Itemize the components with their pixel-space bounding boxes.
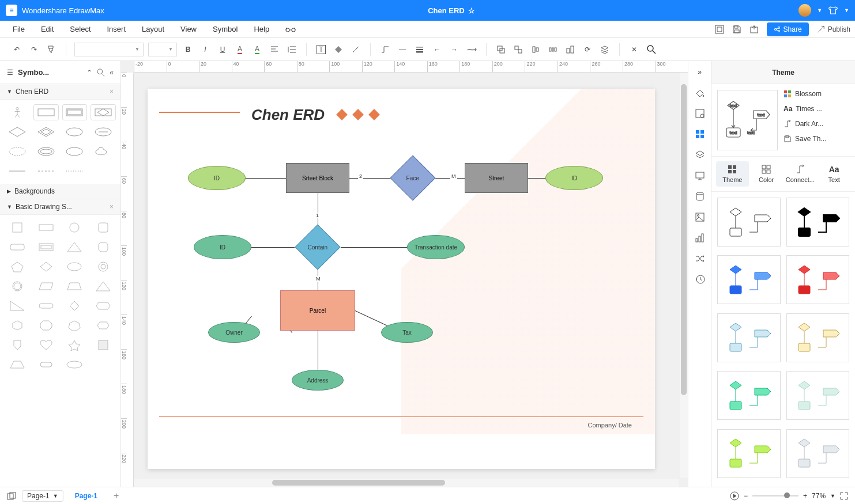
line-style-icon[interactable]: — — [396, 43, 409, 56]
shape-rounded-rect[interactable] — [5, 239, 30, 255]
arrow-start-icon[interactable]: ← — [431, 43, 443, 56]
shape-ellipse[interactable] — [62, 259, 88, 275]
shape-weak-relationship[interactable] — [33, 124, 59, 140]
page[interactable]: Chen ERD 2 M 1 M ID — [148, 89, 655, 469]
library-icon[interactable]: ☰ — [7, 69, 13, 77]
shape-pentagon[interactable] — [5, 259, 30, 275]
theme-card[interactable] — [786, 371, 850, 420]
font-size-combo[interactable]: ▼ — [148, 43, 177, 56]
theme-card[interactable] — [717, 429, 781, 478]
theme-card[interactable] — [717, 255, 781, 304]
publish-button[interactable]: Publish — [817, 25, 850, 33]
erd-attribute-id[interactable]: ID — [545, 166, 603, 190]
shape-heptagon[interactable] — [62, 317, 88, 334]
shape-star[interactable] — [62, 337, 88, 353]
shape-trap2[interactable] — [5, 357, 30, 373]
ungroup-icon[interactable] — [512, 43, 525, 56]
stencil-chen-header[interactable]: ▼ Chen ERD × — [0, 84, 120, 100]
erd-attribute-owner[interactable]: Owner — [208, 322, 260, 343]
theme-card[interactable] — [717, 371, 781, 420]
glasses-icon[interactable] — [277, 26, 304, 33]
shape-derived-attr[interactable] — [5, 143, 30, 160]
erd-attribute-transaction-date[interactable]: Transaction date — [407, 235, 465, 259]
search-icon[interactable] — [645, 43, 658, 56]
theme-opt-connector[interactable]: Dark Ar... — [784, 120, 849, 128]
shape-partial-attr[interactable] — [62, 143, 88, 160]
shape-triangle[interactable] — [62, 239, 88, 255]
shape-multi-attr[interactable] — [33, 143, 59, 160]
shape-cloud[interactable] — [91, 143, 116, 160]
zoom-out-icon[interactable]: − — [744, 492, 748, 500]
font-color-icon[interactable]: A — [233, 43, 246, 56]
menu-view[interactable]: View — [172, 25, 205, 33]
symbols-search-icon[interactable] — [97, 69, 105, 77]
theme-card[interactable] — [717, 198, 781, 247]
align-icon[interactable] — [268, 43, 281, 56]
line-weight-icon[interactable] — [413, 43, 426, 56]
favorite-icon[interactable]: ☆ — [468, 6, 475, 15]
distribute-icon[interactable] — [547, 43, 559, 56]
layers-icon[interactable] — [598, 43, 611, 56]
connector[interactable] — [240, 178, 286, 179]
shape-line-solid[interactable] — [5, 163, 30, 179]
fullscreen-icon[interactable] — [840, 492, 848, 500]
shape-hexagon2[interactable] — [91, 317, 116, 334]
erd-attribute-tax[interactable]: Tax — [381, 322, 433, 343]
connector[interactable] — [349, 178, 396, 179]
align-shapes-icon[interactable] — [529, 43, 542, 56]
shape-square[interactable] — [5, 219, 30, 236]
paint-bucket-icon[interactable] — [694, 86, 706, 99]
group-icon[interactable] — [495, 43, 507, 56]
image-icon[interactable] — [694, 211, 706, 223]
shape-double-circle[interactable] — [5, 278, 30, 294]
size-icon[interactable] — [564, 43, 577, 56]
shape-attribute[interactable] — [62, 124, 88, 140]
collapse-left-icon[interactable]: « — [110, 69, 114, 77]
shape-frame[interactable] — [33, 239, 59, 255]
shape-diamond[interactable] — [33, 259, 59, 275]
line-jump-icon[interactable]: ⟿ — [465, 43, 478, 56]
menu-symbol[interactable]: Symbol — [205, 25, 246, 33]
shape-assoc-entity[interactable] — [91, 104, 116, 120]
format-painter-icon[interactable] — [45, 43, 58, 56]
history-icon[interactable] — [694, 273, 706, 286]
connector-icon[interactable] — [379, 43, 391, 56]
italic-icon[interactable]: I — [199, 43, 212, 56]
fit-icon[interactable] — [715, 25, 724, 34]
theme-opt-blossom[interactable]: Blossom — [784, 90, 849, 98]
font-family-combo[interactable]: ▼ — [74, 43, 144, 56]
shape-style-icon[interactable] — [694, 107, 706, 120]
stencil-backgrounds-header[interactable]: ▶ Backgrounds — [0, 184, 120, 199]
underline-icon[interactable]: U — [216, 43, 229, 56]
zoom-in-icon[interactable]: + — [803, 492, 807, 500]
skin-dropdown-icon[interactable]: ▼ — [844, 7, 849, 13]
zoom-slider[interactable] — [752, 495, 798, 497]
expand-right-icon[interactable]: » — [694, 66, 706, 78]
add-page-button[interactable]: + — [109, 491, 123, 501]
arrow-end-icon[interactable]: → — [448, 43, 461, 56]
shape-donut[interactable] — [91, 259, 116, 275]
shape-heart[interactable] — [33, 337, 59, 353]
shape-rounded-sq[interactable] — [91, 219, 116, 236]
shape-entity[interactable] — [33, 104, 59, 120]
close-icon[interactable]: × — [110, 203, 114, 211]
close-icon[interactable]: × — [110, 88, 114, 96]
erd-attribute-address[interactable]: Address — [292, 370, 344, 391]
scrollbar-horizontal[interactable] — [134, 479, 679, 487]
line-icon[interactable] — [349, 43, 362, 56]
theme-card[interactable] — [786, 313, 850, 362]
shape-rhombus[interactable] — [62, 298, 88, 314]
zoom-dropdown-icon[interactable]: ▼ — [830, 493, 835, 499]
zoom-level[interactable]: 77% — [812, 492, 826, 500]
theme-opt-save[interactable]: Save Th... — [784, 135, 849, 143]
connector[interactable] — [246, 247, 295, 248]
play-icon[interactable] — [730, 491, 739, 501]
pages-icon[interactable] — [7, 492, 16, 500]
bold-icon[interactable]: B — [182, 43, 194, 56]
undo-icon[interactable]: ↶ — [10, 43, 23, 56]
theme-card[interactable] — [786, 198, 850, 247]
theme-card[interactable] — [786, 429, 850, 478]
shape-weak-entity[interactable] — [62, 104, 88, 120]
settings-icon[interactable]: ✕ — [628, 43, 641, 56]
menu-help[interactable]: Help — [246, 25, 277, 33]
